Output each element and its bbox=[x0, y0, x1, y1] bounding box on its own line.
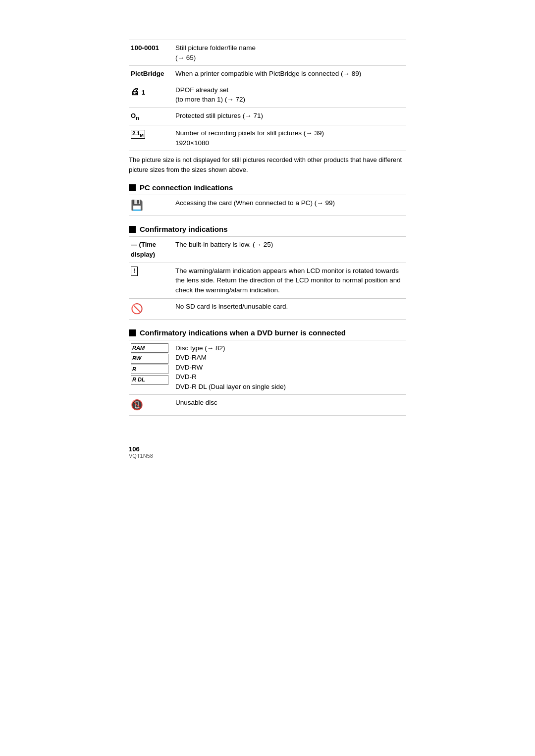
symbol-cell: 2.1M bbox=[129, 125, 173, 151]
section-title-dvd: Confirmatory indications when a DVD burn… bbox=[140, 328, 346, 337]
symbol-cell: 100-0001 bbox=[129, 40, 173, 66]
table-row: 📵 Unusable disc bbox=[129, 395, 406, 416]
section-heading-confirmatory: Confirmatory indications bbox=[129, 225, 406, 233]
disc-icons: RAM RW R R DL bbox=[131, 343, 168, 385]
desc-cell: Disc type (→ 82) DVD-RAM DVD-RW DVD-R DV… bbox=[173, 340, 406, 395]
black-square-icon bbox=[129, 184, 136, 191]
desc-cell: The built-in battery is low. (→ 25) bbox=[173, 237, 406, 263]
table-row: RAM RW R R DL Disc type (→ 82) DVD-RAM D… bbox=[129, 340, 406, 395]
section-heading-pc: PC connection indications bbox=[129, 183, 406, 192]
table-row: — (Timedisplay) The built-in battery is … bbox=[129, 237, 406, 263]
dvd-table: RAM RW R R DL Disc type (→ 82) DVD-RAM D… bbox=[129, 340, 406, 416]
symbol-cell: 🖨 1 bbox=[129, 82, 173, 108]
table-row: ! The warning/alarm indication appears w… bbox=[129, 263, 406, 298]
symbol-cell: 💾 bbox=[129, 195, 173, 216]
page-content: 100-0001 Still picture folder/file name(… bbox=[129, 40, 406, 459]
symbol-cell: ! bbox=[129, 263, 173, 298]
desc-cell: The warning/alarm indication appears whe… bbox=[173, 263, 406, 298]
dpof-icon: 🖨 bbox=[131, 87, 140, 97]
symbol-cell: 🚫 bbox=[129, 298, 173, 319]
dvd-rw-icon: RW bbox=[131, 354, 168, 364]
table-row: PictBridge When a printer compatible wit… bbox=[129, 66, 406, 82]
section-heading-dvd: Confirmatory indications when a DVD burn… bbox=[129, 328, 406, 337]
desc-cell: Unusable disc bbox=[173, 395, 406, 416]
time-display-symbol: — (Timedisplay) bbox=[131, 241, 156, 258]
symbol-cell: — (Timedisplay) bbox=[129, 237, 173, 263]
top-info-table: 100-0001 Still picture folder/file name(… bbox=[129, 40, 406, 151]
model-number: VQT1N58 bbox=[129, 453, 406, 459]
no-sd-icon: 🚫 bbox=[131, 303, 143, 314]
dvd-ram-icon: RAM bbox=[131, 343, 168, 353]
table-row: 💾 Accessing the card (When connected to … bbox=[129, 195, 406, 216]
desc-cell: Still picture folder/file name(→ 65) bbox=[173, 40, 406, 66]
exclaim-icon: ! bbox=[131, 267, 138, 276]
table-row: 100-0001 Still picture folder/file name(… bbox=[129, 40, 406, 66]
symbol-cell: On bbox=[129, 108, 173, 125]
desc-cell: No SD card is inserted/unusable card. bbox=[173, 298, 406, 319]
on-symbol: On bbox=[131, 112, 139, 119]
desc-cell: DPOF already set(to more than 1) (→ 72) bbox=[173, 82, 406, 108]
black-square-icon bbox=[129, 329, 136, 336]
desc-cell: When a printer compatible with PictBridg… bbox=[173, 66, 406, 82]
desc-cell: Number of recording pixels for still pic… bbox=[173, 125, 406, 151]
page-footer: 106 VQT1N58 bbox=[129, 445, 406, 459]
table-row: On Protected still pictures (→ 71) bbox=[129, 108, 406, 125]
table-row: 🚫 No SD card is inserted/unusable card. bbox=[129, 298, 406, 319]
confirmatory-table: — (Timedisplay) The built-in battery is … bbox=[129, 236, 406, 319]
dvd-r-dl-icon: R DL bbox=[131, 375, 168, 385]
black-square-icon bbox=[129, 226, 136, 233]
symbol-cell: 📵 bbox=[129, 395, 173, 416]
section-title-confirmatory: Confirmatory indications bbox=[140, 225, 228, 233]
note-text: The picture size is not displayed for st… bbox=[129, 155, 406, 174]
dvd-r-icon: R bbox=[131, 365, 168, 375]
pc-connection-table: 💾 Accessing the card (When connected to … bbox=[129, 195, 406, 216]
table-row: 🖨 1 DPOF already set(to more than 1) (→ … bbox=[129, 82, 406, 108]
pictbridge-label: PictBridge bbox=[131, 70, 164, 77]
symbol-text: 100-0001 bbox=[131, 44, 159, 52]
table-row: 2.1M Number of recording pixels for stil… bbox=[129, 125, 406, 151]
section-title-pc: PC connection indications bbox=[140, 183, 233, 192]
unusable-disc-icon: 📵 bbox=[131, 399, 143, 410]
desc-cell: Accessing the card (When connected to a … bbox=[173, 195, 406, 216]
page-number: 106 bbox=[129, 445, 406, 453]
desc-cell: Protected still pictures (→ 71) bbox=[173, 108, 406, 125]
symbol-cell: RAM RW R R DL bbox=[129, 340, 173, 395]
pixel-icon: 2.1M bbox=[131, 130, 145, 139]
symbol-cell: PictBridge bbox=[129, 66, 173, 82]
pc-card-icon: 💾 bbox=[131, 200, 143, 211]
